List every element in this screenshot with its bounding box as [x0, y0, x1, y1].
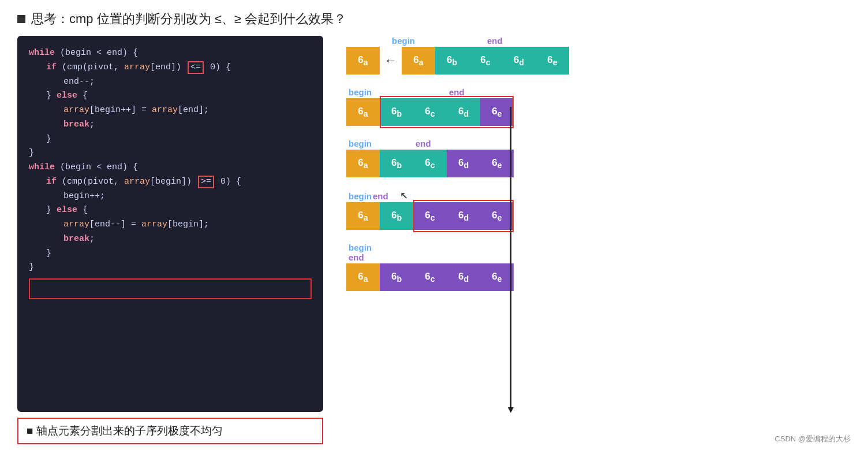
cell-5-2: 6c — [413, 263, 447, 291]
code-line-14: break ; — [29, 232, 312, 247]
kw-if-1: if — [46, 61, 57, 75]
cell-1-5: 6e — [536, 47, 569, 75]
cell-2-4: 6e — [480, 98, 514, 126]
cell-2-0: 6a — [346, 98, 380, 126]
diag-cells-5: 6a 6b 6c 6d 6e — [346, 263, 851, 291]
code-line-2: if (cmp(pivot, array [end]) <= 0) { — [29, 61, 312, 75]
cell-3-1: 6b — [380, 150, 413, 177]
code-line-7: } — [29, 132, 312, 147]
label-end-5: end — [349, 252, 851, 262]
diagram-section: begin end 6a ← 6a 6b — [346, 36, 851, 444]
diag-labels-3: begin end — [346, 139, 851, 148]
label-end-4: end — [373, 191, 388, 201]
cell-5-1: 6b — [380, 263, 413, 291]
page-container: 思考：cmp 位置的判断分别改为 ≤、≥ 会起到什么效果？ while (beg… — [0, 0, 868, 450]
code-line-11: begin++; — [29, 189, 312, 204]
side-cell-1: 6a — [346, 47, 380, 75]
arrow-left-1: ← — [384, 53, 397, 68]
cell-3-4: 6e — [480, 150, 514, 177]
kw-break-2: break — [63, 232, 89, 247]
cell-5-0: 6a — [346, 263, 380, 291]
label-end-2: end — [449, 87, 465, 97]
cell-3-3: 6d — [447, 150, 480, 177]
diag-labels-4: begin end ↖ — [346, 190, 851, 201]
var-array-2: array — [63, 103, 89, 118]
kw-if-2: if — [46, 175, 57, 189]
var-array-5: array — [63, 218, 89, 232]
cell-5-4: 6e — [480, 263, 514, 291]
diag-row-1: begin end 6a ← 6a 6b — [346, 36, 851, 75]
cell-4-3: 6d — [447, 202, 480, 230]
diag-cells-4: 6a 6b 6c 6d 6e — [346, 202, 851, 230]
label-end-3: end — [416, 139, 431, 148]
cell-1-2: 6b — [435, 47, 469, 75]
label-begin-1: begin — [387, 36, 420, 46]
code-line-8: } — [29, 146, 312, 161]
code-line-10: if (cmp(pivot, array [begin]) >= 0) { — [29, 175, 312, 189]
diag-cells-3: 6a 6b 6c 6d 6e — [346, 150, 851, 177]
label-begin-3: begin — [346, 139, 387, 148]
label-begin-2: begin — [346, 87, 387, 97]
kw-break-1: break — [63, 118, 89, 132]
code-section: while (begin < end) { if (cmp(pivot, arr… — [17, 36, 323, 444]
code-line-4: } else { — [29, 89, 312, 103]
cell-4-4: 6e — [480, 202, 514, 230]
diag-row-4: begin end ↖ 6a 6b 6c 6d — [346, 190, 851, 230]
diag-labels-2: begin end — [346, 87, 851, 97]
code-bottom-redbox — [29, 278, 312, 299]
cell-1-4: 6d — [502, 47, 536, 75]
op-gte: >= — [198, 176, 214, 188]
label-begin-4: begin — [346, 191, 372, 201]
code-line-6: break ; — [29, 118, 312, 132]
cell-2-2: 6c — [413, 98, 447, 126]
page-title: 思考：cmp 位置的判断分别改为 ≤、≥ 会起到什么效果？ — [31, 10, 346, 28]
cell-2-1: 6b — [380, 98, 413, 126]
kw-while-1: while — [29, 46, 55, 61]
code-line-1: while (begin < end) { — [29, 46, 312, 61]
title-row: 思考：cmp 位置的判断分别改为 ≤、≥ 会起到什么效果？ — [17, 10, 851, 28]
var-array-6: array — [141, 218, 167, 232]
code-line-9: while (begin < end) { — [29, 161, 312, 175]
cell-3-2: 6c — [413, 150, 447, 177]
code-line-5: array [begin++] = array [end]; — [29, 103, 312, 118]
diag-row-2: begin end 6a 6b 6c 6d — [346, 87, 851, 126]
cursor-icon: ↖ — [400, 190, 407, 201]
cell-3-0: 6a — [346, 150, 380, 177]
diag-cells-1: 6a ← 6a 6b 6c 6d — [346, 47, 851, 75]
code-line-13: array [end--] = array [begin]; — [29, 218, 312, 232]
op-lte: <= — [188, 61, 204, 74]
cell-4-1: 6b — [380, 202, 413, 230]
code-line-12: } else { — [29, 203, 312, 218]
kw-else-2: else — [57, 203, 77, 218]
label-begin-5: begin — [349, 243, 851, 252]
code-line-15: } — [29, 247, 312, 261]
kw-while-2: while — [29, 161, 55, 175]
cell-1-3: 6c — [469, 47, 502, 75]
kw-else-1: else — [57, 89, 77, 103]
cell-1-1: 6a — [402, 47, 435, 75]
diag-cells-2: 6a 6b 6c 6d 6e — [346, 98, 851, 126]
cell-4-2: 6c — [413, 202, 447, 230]
bottom-text-box: ■ 轴点元素分割出来的子序列极度不均匀 — [17, 418, 323, 444]
diag-labels-1: begin end — [346, 36, 851, 46]
var-array-3: array — [152, 103, 178, 118]
label-end-1: end — [487, 36, 503, 46]
code-line-3: end--; — [29, 75, 312, 90]
var-array-4: array — [124, 175, 150, 189]
code-line-16: } — [29, 261, 312, 275]
code-text-1: (begin < end) { — [55, 46, 138, 61]
diag-labels-5: begin end — [346, 243, 851, 262]
cell-2-3: 6d — [447, 98, 480, 126]
cell-5-3: 6d — [447, 263, 480, 291]
bottom-label: ■ 轴点元素分割出来的子序列极度不均匀 — [27, 425, 223, 437]
watermark: CSDN @爱编程的大杉 — [775, 434, 851, 444]
title-square-icon — [17, 15, 25, 23]
diag-row-3: begin end 6a 6b 6c 6d — [346, 139, 851, 177]
main-area: while (begin < end) { if (cmp(pivot, arr… — [17, 36, 851, 444]
cell-4-0: 6a — [346, 202, 380, 230]
var-array-1: array — [124, 61, 150, 75]
diag-row-5: begin end 6a 6b 6c 6d — [346, 243, 851, 291]
code-block: while (begin < end) { if (cmp(pivot, arr… — [17, 36, 323, 412]
